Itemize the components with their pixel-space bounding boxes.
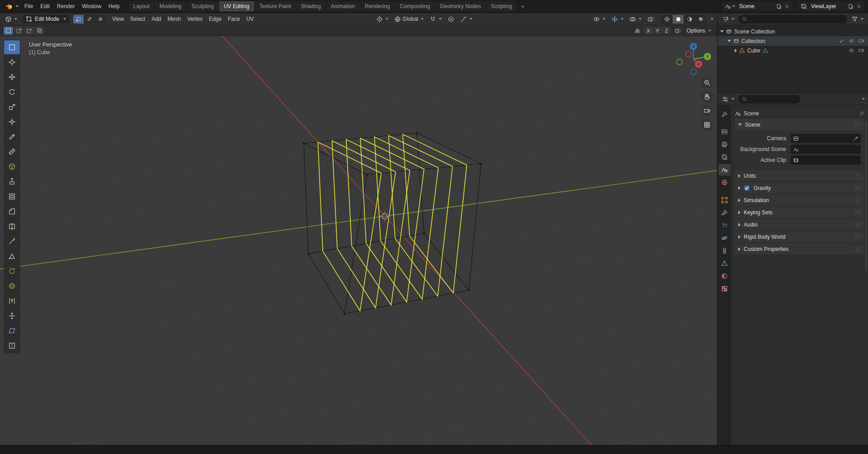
menu-render[interactable]: Render (53, 1, 78, 11)
properties-tab-modifiers[interactable] (718, 207, 731, 218)
camera-toggle-icon[interactable] (859, 47, 864, 53)
expander-icon[interactable] (735, 49, 737, 52)
proportional-editing-button[interactable] (446, 15, 456, 24)
gizmo-neg-y-handle[interactable] (677, 59, 683, 65)
panel-header-keying-sets[interactable]: Keying Sets (735, 207, 864, 218)
transform-pivot-button[interactable] (375, 15, 390, 24)
tool-select-box[interactable] (4, 40, 20, 54)
viewport-menu-edge[interactable]: Edge (206, 14, 225, 24)
navigation-gizmo[interactable]: ZYX (673, 37, 714, 79)
select-subtract-button[interactable] (24, 27, 34, 35)
properties-tab-texture[interactable] (718, 283, 731, 294)
workspace-tab-rendering[interactable]: Rendering (360, 1, 394, 11)
tool-extrude[interactable] (4, 175, 20, 189)
drag-handle[interactable] (855, 210, 861, 215)
properties-editor-type-button[interactable] (721, 95, 736, 104)
viewport-menu-select[interactable]: Select (127, 14, 148, 24)
properties-tab-physics[interactable] (718, 232, 731, 244)
shading-rendered-button[interactable] (695, 15, 706, 24)
menu-help[interactable]: Help (105, 1, 123, 11)
tool-move[interactable] (4, 70, 20, 84)
tool-inset[interactable] (4, 189, 20, 203)
browse-viewlayer-button[interactable] (799, 2, 808, 10)
viewport-menu-mesh[interactable]: Mesh (165, 14, 184, 24)
properties-tab-scene[interactable] (718, 164, 731, 175)
scene-name-field[interactable]: Scene (736, 2, 774, 10)
unlink-scene-button[interactable] (783, 3, 791, 10)
eyedropper-icon[interactable] (853, 136, 859, 142)
menu-window[interactable]: Window (78, 1, 105, 11)
snap-toggle[interactable] (428, 15, 443, 24)
workspace-tab-scripting[interactable]: Scripting (486, 1, 517, 11)
editor-type-button[interactable] (4, 15, 19, 24)
viewport-camera-view-button[interactable] (701, 105, 713, 117)
drag-handle[interactable] (855, 198, 861, 203)
properties-search[interactable] (738, 95, 801, 104)
mirror-z-toggle[interactable]: Z (662, 27, 671, 34)
shading-material-button[interactable] (684, 15, 695, 24)
shading-solid-button[interactable] (673, 15, 684, 24)
tool-annotate[interactable] (4, 130, 20, 144)
outliner-row-cube[interactable]: Cube (717, 46, 868, 55)
panel-header-scene[interactable]: Scene (735, 119, 864, 130)
expander-icon[interactable] (727, 40, 731, 42)
workspace-tab-shading[interactable]: Shading (297, 1, 326, 11)
tool-loop-cut[interactable] (4, 219, 20, 233)
select-mode-edge[interactable] (84, 15, 94, 24)
chevron-down-icon[interactable] (711, 18, 713, 20)
workspace-tab-compositing[interactable]: Compositing (395, 1, 434, 11)
workspace-tab-uv-editing[interactable]: UV Editing (219, 1, 254, 11)
tool-scale[interactable] (4, 100, 20, 114)
properties-tab-view-layer[interactable] (718, 151, 731, 163)
panel-header-gravity[interactable]: Gravity (735, 182, 864, 194)
panel-header-units[interactable]: Units (735, 170, 864, 181)
properties-tab-output[interactable] (718, 139, 731, 150)
select-new-button[interactable] (4, 27, 13, 35)
xray-toggle[interactable] (646, 15, 656, 24)
panel-header-simulation[interactable]: Simulation (735, 194, 864, 206)
expander-icon[interactable] (720, 30, 724, 33)
outliner-editor-type-button[interactable] (721, 15, 736, 24)
outliner-search-input[interactable] (750, 16, 844, 22)
background-scene-field[interactable] (791, 145, 861, 154)
properties-tab-object[interactable] (718, 194, 731, 206)
viewlayer-name-field[interactable]: ViewLayer (808, 2, 846, 10)
check-toggle-icon[interactable] (839, 38, 844, 44)
viewport-menu-uv[interactable]: UV (243, 14, 257, 24)
mode-dropdown[interactable]: Edit Mode (22, 14, 70, 24)
new-scene-button[interactable] (774, 3, 783, 10)
gizmos-dropdown[interactable] (610, 15, 625, 24)
outliner-search[interactable] (738, 15, 847, 24)
drag-handle[interactable] (855, 185, 861, 190)
gizmo-neg-z-handle[interactable] (691, 69, 697, 75)
camera-field[interactable] (791, 134, 861, 143)
properties-tab-world[interactable] (718, 177, 731, 188)
tool-shrink-fatten[interactable] (4, 309, 20, 323)
properties-tab-particles[interactable] (718, 220, 731, 231)
tool-bevel[interactable] (4, 204, 20, 218)
workspace-tab-modeling[interactable]: Modeling (155, 1, 186, 11)
orientation-dropdown[interactable]: Global (393, 15, 425, 24)
tool-rip[interactable] (4, 339, 20, 353)
viewport-menu-vertex[interactable]: Vertex (184, 14, 206, 24)
tool-rotate[interactable] (4, 85, 20, 99)
viewport-menu-face[interactable]: Face (225, 14, 243, 24)
outliner-row-scene-collection[interactable]: Scene Collection (717, 27, 868, 36)
workspace-tab-layout[interactable]: Layout (129, 1, 154, 11)
viewport-menu-view[interactable]: View (109, 14, 127, 24)
chevron-down-icon[interactable] (862, 98, 865, 100)
drag-handle[interactable] (855, 122, 861, 127)
select-intersect-button[interactable] (35, 27, 44, 35)
tool-cursor[interactable] (4, 55, 20, 69)
tool-knife[interactable] (4, 234, 20, 248)
drag-handle[interactable] (855, 222, 861, 227)
properties-tab-material[interactable] (718, 270, 731, 282)
outliner-row-collection[interactable]: Collection (717, 36, 868, 46)
workspace-tab-geometry-nodes[interactable]: Geometry Nodes (435, 1, 486, 11)
panel-header-audio[interactable]: Audio (735, 219, 864, 230)
remove-viewlayer-button[interactable] (855, 3, 863, 10)
options-dropdown[interactable]: Options (684, 27, 713, 35)
browse-scene-button[interactable] (723, 2, 736, 10)
tool-transform[interactable] (4, 115, 20, 129)
select-mode-vertex[interactable] (73, 15, 84, 24)
